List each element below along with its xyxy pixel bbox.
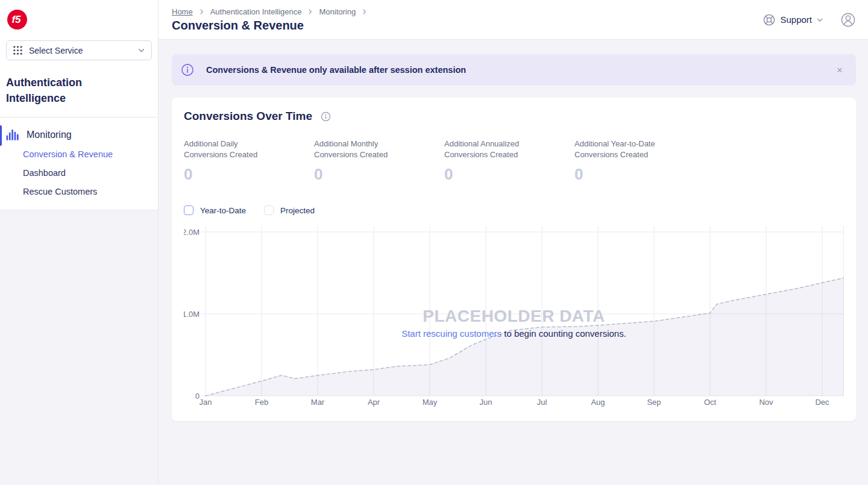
sidebar-section-monitoring[interactable]: Monitoring	[0, 125, 158, 143]
user-avatar-button[interactable]	[840, 12, 856, 28]
content-area: Conversions & Revenue only available aft…	[159, 40, 868, 421]
product-title: Authentication Intelligence	[6, 75, 115, 106]
topbar: Home Authentication Intelligence Monitor…	[159, 0, 868, 40]
close-icon: ×	[837, 64, 843, 76]
chevron-down-icon	[816, 16, 823, 23]
stat-additional-daily: Additional Daily Conversions Created 0	[184, 139, 314, 184]
chevron-right-icon	[198, 8, 205, 15]
svg-text:Sep: Sep	[647, 398, 661, 407]
stat-value: 0	[184, 165, 314, 184]
sidebar-item-dashboard[interactable]: Dashboard	[23, 164, 158, 183]
user-avatar-icon	[840, 12, 856, 28]
sidebar-top-section: f5 Select Service Authentication Intelli…	[0, 0, 158, 210]
stat-label: Additional Year-to-Date Conversions Crea…	[574, 139, 705, 160]
stat-label: Additional Annualized Conversions Create…	[444, 139, 574, 160]
stats-row: Additional Daily Conversions Created 0 A…	[184, 139, 844, 184]
banner-close-button[interactable]: ×	[832, 63, 848, 78]
sidebar-item-rescue-customers[interactable]: Rescue Customers	[23, 183, 158, 201]
stat-additional-monthly: Additional Monthly Conversions Created 0	[314, 139, 444, 184]
svg-text:Jul: Jul	[537, 398, 547, 407]
stat-value: 0	[574, 165, 705, 184]
conversions-chart-svg: JanFebMarAprMayJunJulAugSepOctNovDec01.0…	[184, 226, 844, 407]
conversions-over-time-card: Conversions Over Time Additional Daily C…	[172, 98, 856, 421]
app-root: f5 Select Service Authentication Intelli…	[0, 0, 868, 485]
info-icon[interactable]	[321, 111, 331, 122]
breadcrumb-home[interactable]: Home	[172, 7, 193, 16]
filter-label: Year-to-Date	[200, 206, 246, 215]
select-service-dropdown[interactable]: Select Service	[6, 40, 152, 60]
breadcrumb: Home Authentication Intelligence Monitor…	[172, 7, 368, 16]
stat-value: 0	[444, 165, 574, 184]
svg-text:Apr: Apr	[368, 398, 380, 407]
chevron-right-icon	[307, 8, 313, 15]
chevron-right-icon	[361, 8, 368, 15]
sidebar-subnav: Conversion & Revenue Dashboard Rescue Cu…	[0, 143, 158, 201]
svg-text:May: May	[423, 398, 438, 407]
card-title: Conversions Over Time	[184, 110, 312, 123]
bar-chart-icon	[6, 129, 19, 140]
breadcrumb-monitoring[interactable]: Monitoring	[319, 7, 356, 16]
topbar-right: Support	[763, 12, 856, 28]
lifebuoy-icon	[763, 13, 776, 27]
svg-text:0: 0	[195, 392, 200, 401]
svg-text:Feb: Feb	[255, 398, 268, 407]
sidebar-nav: Monitoring Conversion & Revenue Dashboar…	[0, 117, 158, 201]
stat-additional-annualized: Additional Annualized Conversions Create…	[444, 139, 574, 184]
select-service-label: Select Service	[29, 46, 83, 55]
page-title: Conversion & Revenue	[172, 19, 368, 33]
sidebar-section-label: Monitoring	[27, 130, 72, 140]
logo-row: f5	[0, 0, 158, 40]
chart-area: JanFebMarAprMayJunJulAugSepOctNovDec01.0…	[184, 226, 844, 407]
sidebar: f5 Select Service Authentication Intelli…	[0, 0, 159, 485]
info-banner: Conversions & Revenue only available aft…	[172, 54, 856, 86]
info-icon	[181, 63, 194, 77]
chevron-down-icon	[137, 46, 145, 54]
stat-label: Additional Monthly Conversions Created	[314, 139, 444, 160]
f5-logo: f5	[7, 10, 27, 30]
svg-text:Dec: Dec	[815, 398, 829, 407]
checkbox-projected[interactable]	[264, 205, 274, 215]
support-label: Support	[780, 14, 812, 25]
grid-icon	[13, 45, 23, 55]
svg-text:1.0M: 1.0M	[184, 310, 200, 319]
filter-label: Projected	[280, 206, 315, 215]
breadcrumb-title-block: Home Authentication Intelligence Monitor…	[172, 7, 368, 33]
sidebar-item-conversion-revenue[interactable]: Conversion & Revenue	[23, 145, 158, 164]
start-rescuing-customers-link[interactable]: Start rescuing customers	[401, 328, 502, 339]
svg-text:Jan: Jan	[200, 398, 212, 407]
card-title-row: Conversions Over Time	[184, 110, 844, 123]
banner-message: Conversions & Revenue only available aft…	[206, 65, 466, 75]
chart-filters: Year-to-Date Projected	[184, 205, 844, 215]
svg-text:Nov: Nov	[759, 398, 773, 407]
support-menu-button[interactable]: Support	[763, 13, 823, 27]
filter-projected[interactable]: Projected	[264, 205, 315, 215]
stat-additional-ytd: Additional Year-to-Date Conversions Crea…	[574, 139, 705, 184]
breadcrumb-auth-intelligence[interactable]: Authentication Intelligence	[210, 7, 302, 16]
svg-text:Aug: Aug	[591, 398, 605, 407]
svg-text:Mar: Mar	[311, 398, 325, 407]
svg-text:Oct: Oct	[704, 398, 717, 407]
checkbox-year-to-date[interactable]	[184, 205, 193, 215]
active-section-indicator	[0, 125, 2, 146]
svg-text:Jun: Jun	[480, 398, 492, 407]
main-area: Home Authentication Intelligence Monitor…	[159, 0, 868, 485]
stat-value: 0	[314, 165, 444, 184]
stat-label: Additional Daily Conversions Created	[184, 139, 314, 160]
svg-text:2.0M: 2.0M	[184, 228, 200, 237]
filter-year-to-date[interactable]: Year-to-Date	[184, 205, 246, 215]
